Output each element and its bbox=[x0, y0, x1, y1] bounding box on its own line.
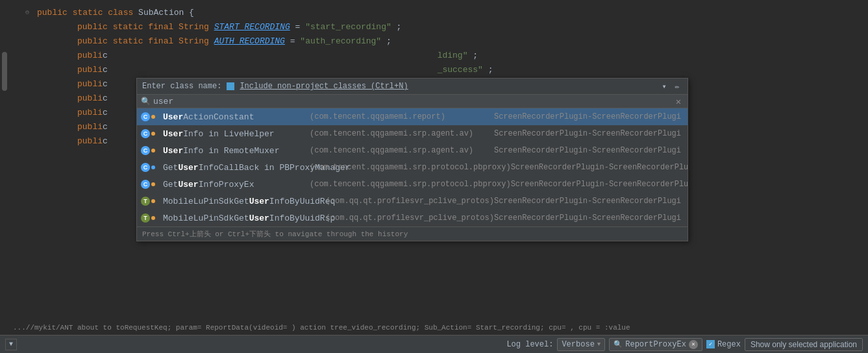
item-icons: T bbox=[141, 197, 160, 206]
popup-header-icons: ▾ ✏ bbox=[659, 81, 682, 91]
item-source: ScreenRecorderPlugin-ScreenRecorderPlugi bbox=[494, 129, 684, 138]
regex-checkbox-area[interactable]: ✓ Regex bbox=[706, 340, 741, 349]
autocomplete-list[interactable]: C UserActionConstant (com.tencent.qqgame… bbox=[137, 108, 688, 226]
line-collapse[interactable]: ⊖ bbox=[23, 8, 32, 16]
popup-footer-text: Press Ctrl+上箭头 or Ctrl+下箭头 to navigate t… bbox=[142, 230, 408, 238]
class-icon: C bbox=[141, 180, 150, 189]
show-only-selected-button[interactable]: Show only selected application bbox=[745, 338, 863, 351]
item-name: UserInfo in RemoteMuxer bbox=[163, 146, 306, 156]
log-search-box[interactable]: 🔍 ReportProxyEx ✕ bbox=[609, 338, 702, 351]
list-item[interactable]: T MobileLuPinSdkGetUserInfoByUuidReq (co… bbox=[137, 193, 688, 210]
line-content: public bbox=[32, 108, 108, 117]
log-search-value: ReportProxyEx bbox=[625, 340, 686, 349]
item-source: ScreenRecorderPlugin-ScreenRecorderPlugi bbox=[494, 146, 684, 155]
include-non-project-checkbox[interactable] bbox=[227, 82, 234, 90]
item-package: (com.qq.qt.profilesvr_pclive_protos) bbox=[326, 213, 494, 223]
list-item[interactable]: C UserActionConstant (com.tencent.qqgame… bbox=[137, 108, 688, 125]
line-content: public static final String START_RECORDI… bbox=[32, 22, 401, 32]
access-icon bbox=[151, 199, 155, 203]
clear-search-button[interactable]: ✕ bbox=[673, 96, 684, 106]
item-name-highlight: User bbox=[163, 112, 183, 122]
item-name-highlight: User bbox=[249, 197, 269, 206]
code-line: public lding" ; bbox=[0, 48, 868, 62]
checkbox-check-icon: ✓ bbox=[709, 341, 712, 348]
line-content: public static class SubAction { bbox=[32, 8, 194, 18]
keyword: static bbox=[73, 8, 103, 18]
log-level-dropdown[interactable]: Verbose ▼ bbox=[557, 338, 605, 351]
line-content: public bbox=[32, 93, 108, 103]
regex-checkbox[interactable]: ✓ bbox=[706, 340, 715, 348]
log-level-value: Verbose bbox=[562, 340, 594, 349]
list-item[interactable]: T MobileLuPinSdkGetUserInfoByUuidRsp (co… bbox=[137, 210, 688, 226]
bottom-code-text: ...//mykit/ANT about to toRequestKeq; pa… bbox=[13, 324, 630, 332]
bottom-code-bar: ...//mykit/ANT about to toRequestKeq; pa… bbox=[0, 321, 868, 335]
item-package: (com.tencent.qqgamemi.srp.protocol.pbpro… bbox=[310, 180, 511, 189]
keyword: class bbox=[108, 8, 133, 18]
item-source: ScreenRecorderPlugin-ScreenRecorderPlugi bbox=[494, 112, 684, 121]
item-name-highlight: User bbox=[178, 163, 198, 173]
item-name: GetUserInfoCallBack in PBProxyManager bbox=[163, 163, 306, 173]
item-name-highlight: User bbox=[163, 146, 183, 156]
keyword: public bbox=[37, 8, 68, 18]
code-line: public _success" ; bbox=[0, 62, 868, 77]
popup-header: Enter class name: Include non-project cl… bbox=[137, 79, 688, 95]
class-icon: C bbox=[141, 129, 150, 138]
item-package: (com.tencent.qqgamemi.srp.agent.av) bbox=[310, 129, 473, 138]
class-icon: T bbox=[141, 197, 150, 206]
item-name-highlight: User bbox=[249, 213, 269, 223]
popup-search-bar: 🔍 ✕ bbox=[137, 95, 688, 108]
list-item[interactable]: C UserInfo in RemoteMuxer (com.tencent.q… bbox=[137, 142, 688, 159]
include-non-project-label[interactable]: Include non-project classes (Ctrl+N) bbox=[240, 82, 408, 91]
list-item[interactable]: C UserInfo in LiveHelper (com.tencent.qq… bbox=[137, 125, 688, 142]
item-name: UserInfo in LiveHelper bbox=[163, 129, 306, 139]
class-icon: T bbox=[141, 213, 150, 223]
dropdown-arrow-icon: ▼ bbox=[597, 341, 601, 348]
autocomplete-popup[interactable]: Enter class name: Include non-project cl… bbox=[136, 78, 688, 241]
item-icons: C bbox=[141, 146, 160, 155]
item-icons: C bbox=[141, 180, 160, 189]
scrollbar-thumb[interactable] bbox=[2, 52, 7, 91]
item-package: (com.qq.qt.profilesvr_pclive_protos) bbox=[326, 197, 494, 206]
popup-header-label: Enter class name: bbox=[142, 82, 221, 91]
line-content: public bbox=[32, 122, 108, 132]
line-content: public static final String AUTH_RECORDIN… bbox=[32, 36, 391, 46]
log-search-icon: 🔍 bbox=[614, 340, 623, 348]
item-icons: C bbox=[141, 163, 160, 172]
list-item[interactable]: C GetUserInfoProxyEx (com.tencent.qqgame… bbox=[137, 176, 688, 193]
item-package: (com.tencent.qqgamemi.srp.agent.av) bbox=[310, 146, 473, 155]
item-source: ScreenRecorderPlugin-ScreenRecorderPlugi bbox=[511, 163, 688, 172]
line-content: public lding" ; bbox=[32, 51, 478, 60]
list-item[interactable]: C GetUserInfoCallBack in PBProxyManager … bbox=[137, 159, 688, 176]
item-name: MobileLuPinSdkGetUserInfoByUuidRsp bbox=[163, 213, 322, 223]
popup-footer: Press Ctrl+上箭头 or Ctrl+下箭头 to navigate t… bbox=[137, 226, 688, 241]
item-package: (com.tencent.qqgamemi.report) bbox=[310, 112, 445, 121]
log-level-label: Log level: bbox=[506, 340, 553, 349]
line-content: public bbox=[32, 79, 108, 89]
line-content: public _success" ; bbox=[32, 65, 493, 75]
vertical-scrollbar[interactable] bbox=[0, 0, 9, 286]
scroll-down-button[interactable]: ▼ bbox=[5, 339, 17, 350]
class-search-input[interactable] bbox=[153, 97, 673, 106]
item-name: GetUserInfoProxyEx bbox=[163, 180, 306, 189]
line-content: public bbox=[32, 136, 108, 146]
access-icon bbox=[151, 216, 155, 220]
item-name: MobileLuPinSdkGetUserInfoByUuidReq bbox=[163, 197, 322, 206]
item-icons: C bbox=[141, 129, 160, 138]
item-name-highlight: User bbox=[163, 129, 183, 139]
log-search-clear-button[interactable]: ✕ bbox=[689, 340, 698, 349]
item-source: ScreenRecorderPlugin-ScreenRecorderPlugi bbox=[494, 213, 684, 223]
access-icon bbox=[151, 149, 155, 152]
code-line: ⊖ public static class SubAction { bbox=[0, 5, 868, 19]
code-line: public static final String AUTH_RECORDIN… bbox=[0, 34, 868, 48]
search-icon: 🔍 bbox=[141, 97, 151, 106]
item-icons: C bbox=[141, 112, 160, 121]
class-icon: C bbox=[141, 112, 150, 121]
status-bar: ▼ Log level: Verbose ▼ 🔍 ReportProxyEx ✕… bbox=[0, 335, 868, 353]
class-icon: C bbox=[141, 163, 150, 172]
access-icon bbox=[151, 182, 155, 186]
edit-icon[interactable]: ✏ bbox=[672, 81, 682, 91]
filter-icon[interactable]: ▾ bbox=[659, 81, 669, 91]
access-icon bbox=[151, 115, 155, 119]
access-icon bbox=[151, 132, 155, 136]
item-name: UserActionConstant bbox=[163, 112, 306, 122]
